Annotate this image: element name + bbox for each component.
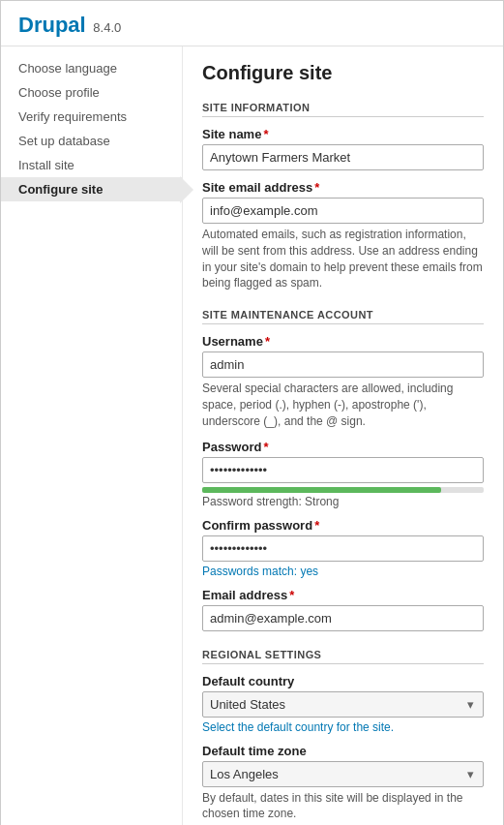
country-hint: Select the default country for the site.: [202, 720, 484, 734]
confirm-password-label: Confirm password*: [202, 518, 484, 533]
drupal-version: 8.4.0: [93, 20, 121, 35]
username-label: Username*: [202, 334, 484, 349]
site-email-group: Site email address* Automated emails, su…: [202, 180, 484, 291]
password-required: *: [263, 440, 268, 454]
passwords-match-label: Passwords match: yes: [202, 565, 484, 578]
site-email-hint: Automated emails, such as registration i…: [202, 227, 484, 291]
default-timezone-select[interactable]: Los Angeles New York Chicago Denver Lond…: [202, 761, 484, 787]
site-email-label: Site email address*: [202, 180, 484, 195]
default-timezone-select-wrapper: Los Angeles New York Chicago Denver Lond…: [202, 761, 484, 787]
sidebar-item-choose-profile[interactable]: Choose profile: [1, 80, 182, 105]
admin-email-group: Email address*: [202, 588, 484, 631]
username-group: Username* Several special characters are…: [202, 334, 484, 429]
site-name-required: *: [263, 127, 268, 141]
default-timezone-group: Default time zone Los Angeles New York C…: [202, 744, 484, 823]
sidebar-item-set-up-database[interactable]: Set up database: [1, 129, 182, 153]
default-timezone-label: Default time zone: [202, 744, 484, 758]
default-country-label: Default country: [202, 674, 484, 688]
header: Drupal 8.4.0: [1, 1, 503, 46]
sidebar-item-configure-site[interactable]: Configure site: [1, 177, 182, 201]
sidebar-item-install-site[interactable]: Install site: [1, 153, 182, 177]
sidebar-item-choose-language[interactable]: Choose language: [1, 56, 182, 80]
default-country-group: Default country United States Canada Uni…: [202, 674, 484, 734]
default-country-select-wrapper: United States Canada United Kingdom Aust…: [202, 691, 484, 718]
admin-email-label: Email address*: [202, 588, 484, 602]
password-strength-bar: [202, 487, 441, 493]
password-strength-bar-wrap: [202, 487, 484, 493]
sidebar-item-verify-requirements[interactable]: Verify requirements: [1, 105, 182, 129]
site-name-label: Site name*: [202, 127, 484, 141]
username-hint: Several special characters are allowed, …: [202, 381, 484, 429]
site-name-input[interactable]: [202, 144, 484, 170]
password-group: Password* Password strength: Strong: [202, 440, 484, 508]
site-information-header: SITE INFORMATION: [202, 102, 484, 117]
admin-email-required: *: [289, 588, 294, 602]
confirm-password-group: Confirm password* Passwords match: yes: [202, 518, 484, 578]
site-name-group: Site name*: [202, 127, 484, 170]
regional-settings-header: REGIONAL SETTINGS: [202, 649, 484, 664]
drupal-logo: Drupal: [18, 13, 86, 37]
password-input[interactable]: [202, 457, 484, 483]
password-label: Password*: [202, 440, 484, 454]
password-strength-label: Password strength: Strong: [202, 495, 484, 508]
site-maintenance-header: SITE MAINTENANCE ACCOUNT: [202, 309, 484, 324]
username-required: *: [265, 334, 270, 349]
confirm-password-required: *: [314, 518, 319, 533]
page-title: Configure site: [202, 62, 484, 84]
admin-email-input[interactable]: [202, 605, 484, 631]
site-email-required: *: [314, 180, 319, 195]
site-email-input[interactable]: [202, 198, 484, 224]
main-content: Configure site SITE INFORMATION Site nam…: [183, 46, 503, 825]
confirm-password-input[interactable]: [202, 535, 484, 562]
sidebar: Choose language Choose profile Verify re…: [1, 46, 183, 825]
username-input[interactable]: [202, 351, 484, 378]
default-country-select[interactable]: United States Canada United Kingdom Aust…: [202, 691, 484, 718]
timezone-hint: By default, dates in this site will be d…: [202, 790, 484, 823]
